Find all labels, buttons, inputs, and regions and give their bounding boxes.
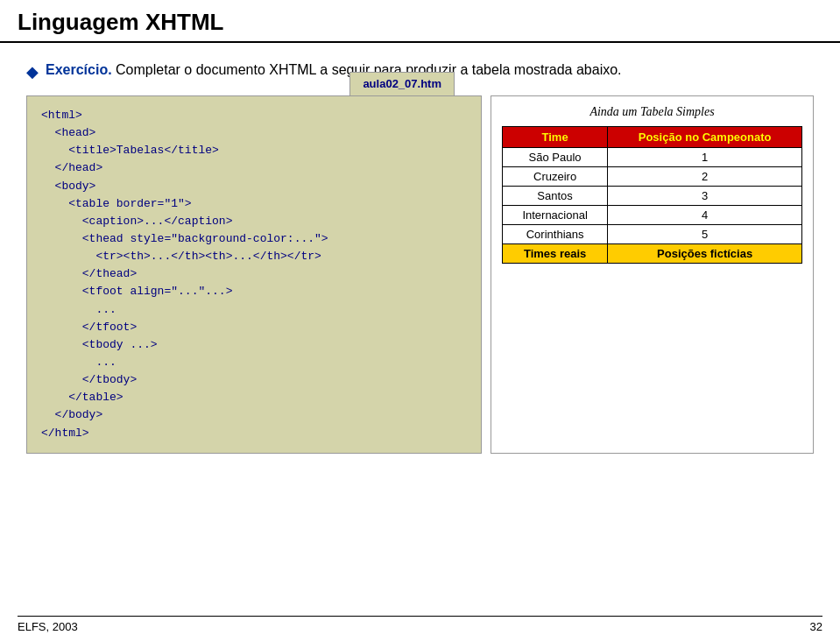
code-line-17: </table> [41,389,467,406]
table-tbody: São Paulo 1 Cruzeiro 2 Santos 3 Internac… [503,148,802,244]
team-position: 4 [608,206,802,225]
code-line-19: </html> [41,425,467,442]
page-header: Linguagem XHTML [0,0,840,43]
team-name: Internacional [503,206,608,225]
code-line-8: <thead style="background-color:..."> [41,230,467,248]
team-name: Santos [503,187,608,206]
exercise-text: Exercício. Completar o documento XHTML a… [46,60,622,80]
code-line-5: <body> [41,178,467,195]
code-preview-area: aula02_07.htm <html> <head> <title>Tabel… [26,95,814,454]
table-thead: Time Posição no Campeonato [503,127,802,148]
bullet-icon: ◆ [26,62,39,81]
team-name: São Paulo [503,148,608,167]
table-tfoot: Times reais Posições fictícias [503,244,802,264]
table-row: Cruzeiro 2 [503,167,802,187]
code-line-14: <tbody ...> [41,336,467,354]
code-line-10: </thead> [41,265,467,283]
code-line-2: <head> [41,124,467,142]
code-line-11: <tfoot align="..."...> [41,283,467,300]
thead-row: Time Posição no Campeonato [503,127,802,148]
team-name: Corinthians [503,225,608,244]
footer-right: 32 [810,620,822,633]
code-line-15: ... [41,354,467,371]
tfoot-col1: Times reais [503,244,608,264]
preview-table: Time Posição no Campeonato São Paulo 1 C… [502,126,802,264]
table-caption: Ainda um Tabela Simples [589,105,714,119]
code-line-18: </body> [41,406,467,424]
code-line-7: <caption>...</caption> [41,213,467,230]
tfoot-row: Times reais Posições fictícias [503,244,802,264]
team-position: 3 [608,187,802,206]
code-line-16: </tbody> [41,371,467,389]
team-name: Cruzeiro [503,167,608,187]
code-line-3: <title>Tabelas</title> [41,142,467,159]
tfoot-col2: Posições fictícias [608,244,802,264]
team-position: 2 [608,167,802,187]
preview-box: Ainda um Tabela Simples Time Posição no … [491,95,814,454]
code-line-1: <html> [41,107,467,124]
code-line-4: </head> [41,159,467,177]
code-line-12: ... [41,301,467,319]
col-header-position: Posição no Campeonato [608,127,802,148]
table-row: Santos 3 [503,187,802,206]
col-header-time: Time [503,127,608,148]
code-line-6: <table border="1"> [41,195,467,213]
page-title: Linguagem XHTML [18,9,822,36]
code-line-13: </tfoot> [41,319,467,336]
main-content: ◆ Exercício. Completar o documento XHTML… [0,43,840,471]
table-row: Internacional 4 [503,206,802,225]
page-footer: ELFS, 2003 32 [18,616,822,633]
footer-left: ELFS, 2003 [18,620,78,633]
code-box: aula02_07.htm <html> <head> <title>Tabel… [26,95,482,454]
team-position: 5 [608,225,802,244]
table-row: Corinthians 5 [503,225,802,244]
table-row: São Paulo 1 [503,148,802,167]
file-tab: aula02_07.htm [349,72,455,95]
exercise-keyword: Exercício. [46,62,112,77]
code-line-9: <tr><th>...</th><th>...</th></tr> [41,248,467,265]
team-position: 1 [608,148,802,167]
